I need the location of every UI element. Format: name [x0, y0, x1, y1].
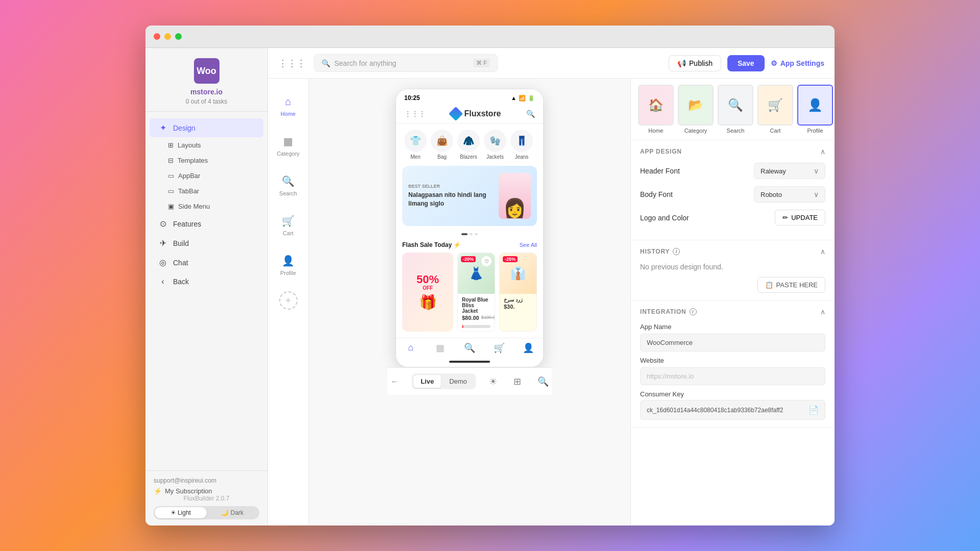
sidebar-item-design[interactable]: ✦ Design [150, 118, 263, 137]
history-empty-text: No previous design found. [640, 263, 825, 271]
demo-button[interactable]: Demo [442, 375, 474, 388]
cat-bag-icon: 👜 [431, 130, 453, 152]
subscription[interactable]: ⚡ My Subscription [154, 487, 259, 495]
integration-header[interactable]: INTEGRATION i ∧ [640, 308, 825, 316]
banner-image: 👩 [499, 173, 531, 219]
phone-search-icon: 🔍 [526, 110, 535, 118]
chat-icon: ◎ [158, 258, 168, 267]
cat-blazers-icon: 🧥 [457, 130, 480, 152]
product-info-1: Royal Blue Bliss Jacket $80.00 $100.00 [458, 294, 495, 324]
profile-nav-label: Profile [280, 270, 296, 276]
nav-tab-cart[interactable]: 🛒 Cart [271, 208, 306, 243]
sidebar-item-layouts[interactable]: ⊞ Layouts [160, 138, 263, 153]
cat-jeans[interactable]: 👖 Jeans [510, 130, 533, 160]
logo-color-row: Logo and Color ✏ UPDATE [640, 210, 825, 226]
bottom-nav-search[interactable]: 🔍 [455, 342, 484, 354]
discount-badge-1: -20% [461, 256, 476, 262]
thumb-search-img: 🔍 [718, 85, 753, 126]
sidebar-item-chat[interactable]: ◎ Chat [150, 253, 263, 272]
dark-theme-button[interactable]: 🌙 Dark [207, 507, 259, 518]
search-bar[interactable]: 🔍 Search for anything ⌘ F [314, 54, 498, 72]
cat-jackets[interactable]: 🧤 Jackets [484, 130, 506, 160]
category-nav-label: Category [277, 151, 300, 157]
product-card-1[interactable]: 👗 -20% ♡ Royal Blue Bliss Jacket $80.00 … [457, 253, 495, 332]
thumb-cart[interactable]: 🛒 Cart [757, 85, 793, 134]
bottom-nav-home[interactable]: ⌂ [396, 342, 426, 354]
save-button[interactable]: Save [727, 55, 765, 71]
cat-men-icon: 👕 [404, 130, 427, 152]
tabbar-icon: ▭ [168, 187, 174, 195]
thumb-home[interactable]: 🏠 Home [638, 85, 674, 134]
thumb-profile[interactable]: 👤 Profile [797, 85, 833, 134]
app-design-title: APP DESIGN [640, 148, 682, 155]
bottom-nav-cart[interactable]: 🛒 [484, 342, 514, 354]
sidebar-item-appbar[interactable]: ▭ AppBar [160, 168, 263, 183]
close-button[interactable] [154, 33, 160, 40]
sold-text-1: Sold: 0 [462, 329, 472, 332]
cat-men[interactable]: 👕 Men [404, 130, 427, 160]
features-icon: ⊙ [158, 219, 168, 229]
sidebar-item-features[interactable]: ⊙ Features [150, 214, 263, 233]
dot-1 [461, 233, 468, 235]
zoom-icon[interactable]: 🔍 [534, 373, 552, 390]
minimize-button[interactable] [164, 33, 171, 40]
nav-tab-category[interactable]: ▦ Category [271, 128, 306, 164]
sidebar-item-sidemenu[interactable]: ▣ Side Menu [160, 199, 263, 214]
appbar-label: AppBar [178, 172, 200, 180]
light-theme-button[interactable]: ☀ Light [155, 507, 207, 518]
copy-icon[interactable]: 📄 [808, 405, 819, 415]
fullscreen-button[interactable] [175, 33, 182, 40]
app-name-label: App Name [640, 323, 825, 331]
header-font-select[interactable]: Raleway ∨ [754, 163, 825, 179]
bottom-nav-profile[interactable]: 👤 [513, 342, 543, 354]
app-design-header[interactable]: APP DESIGN ∧ [640, 147, 825, 156]
phone-app-header: ⋮⋮⋮ Fluxstore 🔍 [396, 105, 543, 123]
sidebar-nav: ✦ Design ⊞ Layouts ⊟ Templates ▭ AppBar [145, 112, 267, 470]
product-card-2[interactable]: 👔 -25% زرد سرخ $30. [499, 253, 537, 332]
back-arrow-button[interactable]: ← [387, 374, 402, 389]
see-all-link[interactable]: See All [520, 242, 537, 248]
cat-bag[interactable]: 👜 Bag [431, 130, 453, 160]
thumb-search[interactable]: 🔍 Search [718, 85, 753, 134]
body-font-label: Body Font [640, 190, 673, 198]
sidebar-item-templates[interactable]: ⊟ Templates [160, 153, 263, 168]
heart-icon-1[interactable]: ♡ [481, 256, 492, 266]
back-icon: ‹ [158, 277, 168, 286]
cat-blazers[interactable]: 🧥 Blazers [457, 130, 480, 160]
category-nav-icon: ▦ [283, 135, 293, 147]
build-label: Build [173, 239, 189, 247]
add-page-button[interactable]: + [279, 291, 298, 310]
integration-title: INTEGRATION i [640, 308, 697, 315]
body-font-select[interactable]: Roboto ∨ [754, 186, 825, 203]
bottom-nav-category[interactable]: ▦ [426, 342, 455, 354]
subscription-label: My Subscription [165, 487, 212, 495]
layouts-label: Layouts [178, 141, 201, 149]
app-design-content: Header Font Raleway ∨ Body Font Roboto [640, 163, 825, 226]
nav-tab-profile[interactable]: 👤 Profile [271, 247, 306, 283]
paste-here-button[interactable]: 📋 PASTE HERE [757, 277, 825, 293]
header-font-row: Header Font Raleway ∨ [640, 163, 825, 179]
sidebar-item-build[interactable]: ✈ Build [150, 234, 263, 253]
thumb-category[interactable]: 📂 Category [678, 85, 714, 134]
update-button[interactable]: ✏ UPDATE [775, 210, 825, 226]
phone-banner: Best Seller Nalagpasan nito hindi lang l… [402, 166, 537, 226]
sidemenu-label: Side Menu [178, 203, 210, 210]
publish-button[interactable]: 📢 Publish [669, 55, 721, 71]
integration-info-icon: i [690, 308, 697, 315]
sidebar-item-back[interactable]: ‹ Back [150, 272, 263, 291]
live-button[interactable]: Live [413, 375, 441, 388]
website-field[interactable]: https://mstore.io [640, 367, 825, 385]
grid-icon[interactable]: ⋮⋮⋮ [278, 58, 306, 69]
sale-image: 🎁 [419, 294, 437, 311]
store-name: mstore.io [190, 88, 223, 96]
nav-tab-home[interactable]: ⌂ Home [271, 89, 306, 124]
product-name-2: زرد سرخ [504, 297, 532, 303]
body-font-chevron: ∨ [814, 190, 819, 198]
tabbar-label: TabBar [178, 187, 199, 195]
nav-tab-search[interactable]: 🔍 Search [271, 168, 306, 204]
app-settings-button[interactable]: ⚙ App Settings [771, 59, 824, 67]
history-header[interactable]: HISTORY i ∧ [640, 247, 825, 256]
sidebar-item-tabbar[interactable]: ▭ TabBar [160, 184, 263, 198]
brightness-icon[interactable]: ☀ [486, 373, 500, 390]
grid-view-icon[interactable]: ⊞ [510, 373, 524, 390]
